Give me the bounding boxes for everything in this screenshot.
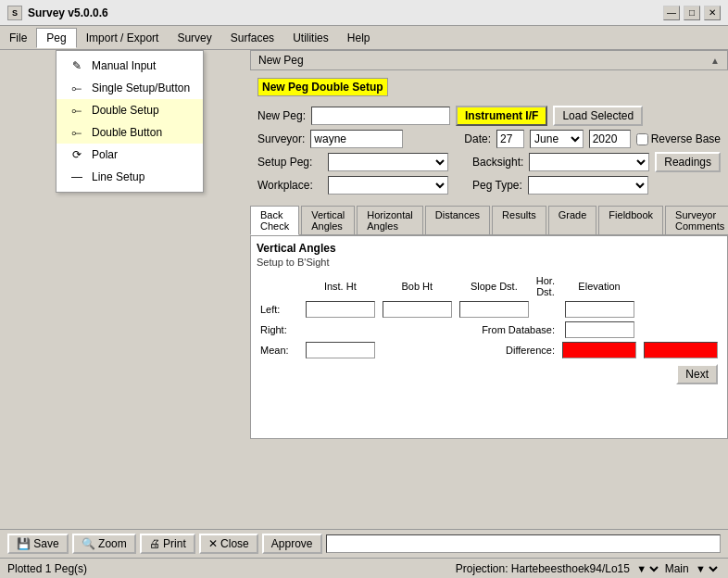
from-database-input[interactable] bbox=[565, 321, 634, 338]
date-year-input[interactable] bbox=[589, 130, 631, 148]
va-labels: Vertical Angles Setup to B'Sight bbox=[257, 242, 349, 273]
main-select[interactable]: ▼ bbox=[692, 560, 721, 577]
row-mean-elevation bbox=[640, 340, 722, 360]
next-button-row: Next bbox=[257, 364, 722, 384]
date-month-select[interactable]: June bbox=[530, 130, 584, 148]
left-bob-ht-input[interactable] bbox=[383, 301, 452, 318]
surveyor-input[interactable] bbox=[310, 130, 403, 148]
from-database-label: From Database: bbox=[456, 320, 559, 340]
instrument-if-button[interactable]: Instrument I/F bbox=[456, 106, 547, 126]
tab-distances[interactable]: Distances bbox=[425, 206, 490, 234]
tab-back-check[interactable]: Back Check bbox=[250, 206, 299, 235]
extra-input[interactable] bbox=[326, 534, 722, 553]
reverse-base-checkbox[interactable] bbox=[636, 133, 648, 145]
menu-utilities[interactable]: Utilities bbox=[283, 29, 338, 47]
app-logo: S bbox=[7, 6, 22, 20]
peg-menu-single-setup[interactable]: ⟜ Single Setup/Button bbox=[56, 77, 203, 99]
save-icon: 💾 bbox=[17, 537, 31, 550]
left-slope-dst-input[interactable] bbox=[459, 301, 529, 318]
print-label: Print bbox=[163, 537, 186, 550]
va-subtitle: Setup to B'Sight bbox=[257, 257, 349, 268]
new-peg-row: New Peg: Instrument I/F Load Selected bbox=[257, 106, 721, 126]
tab-vertical-angles[interactable]: Vertical Angles bbox=[301, 206, 355, 234]
date-label: Date: bbox=[464, 132, 491, 145]
tab-grade[interactable]: Grade bbox=[548, 206, 597, 234]
menu-survey[interactable]: Survey bbox=[168, 29, 220, 47]
close-button-bottom[interactable]: ✕ Close bbox=[199, 534, 258, 554]
main-label: Main bbox=[665, 562, 689, 575]
peg-menu-double-setup[interactable]: ⟜ Double Setup bbox=[56, 99, 203, 121]
tab-surveyor-comments[interactable]: Surveyor Comments bbox=[665, 206, 728, 234]
peg-menu-polar[interactable]: ⟳ Polar bbox=[56, 144, 203, 166]
readings-button[interactable]: Readings bbox=[655, 152, 721, 172]
next-button[interactable]: Next bbox=[676, 364, 718, 384]
workplace-select[interactable] bbox=[328, 176, 448, 195]
status-right: Projection: Hartebeesthoek94/Lo15 ▼ Main… bbox=[456, 560, 721, 577]
single-setup-icon: ⟜ bbox=[68, 81, 86, 95]
menu-peg[interactable]: Peg bbox=[36, 28, 76, 48]
elevation-red-field bbox=[644, 342, 718, 358]
new-peg-label: New Peg: bbox=[257, 109, 306, 122]
peg-menu-double-button[interactable]: ⟜ Double Button bbox=[56, 121, 203, 144]
table-row-left: Left: bbox=[257, 299, 722, 320]
reverse-base-label: Reverse Base bbox=[651, 132, 721, 145]
row-mean-bob-ht bbox=[379, 340, 456, 360]
menu-import-export[interactable]: Import / Export bbox=[77, 29, 169, 47]
date-day-input[interactable] bbox=[496, 130, 524, 148]
row-left-slope-dst bbox=[456, 299, 533, 320]
left-elevation-input[interactable] bbox=[565, 301, 634, 318]
menu-file[interactable]: File bbox=[0, 29, 36, 47]
close-x-icon: ✕ bbox=[208, 537, 218, 550]
tab-results[interactable]: Results bbox=[492, 206, 546, 234]
menu-surfaces[interactable]: Surfaces bbox=[221, 29, 283, 47]
tab-content-back-check: Vertical Angles Setup to B'Sight Inst. H… bbox=[250, 235, 728, 439]
maximize-button[interactable]: □ bbox=[684, 6, 700, 20]
polar-icon: ⟳ bbox=[68, 147, 86, 162]
projection-select[interactable]: ▼ bbox=[633, 560, 661, 577]
peg-menu-line-setup[interactable]: — Line Setup bbox=[56, 166, 203, 188]
row-mean-inst-ht bbox=[302, 340, 379, 360]
save-label: Save bbox=[33, 537, 58, 550]
difference-red-field bbox=[562, 342, 636, 358]
row-mean-difference bbox=[559, 340, 640, 360]
scrollbar-up-arrow[interactable]: ▲ bbox=[710, 56, 720, 66]
col-slope-dst: Slope Dst. bbox=[456, 273, 533, 299]
close-button[interactable]: ✕ bbox=[704, 6, 721, 20]
tab-fieldbook[interactable]: Fieldbook bbox=[598, 206, 663, 234]
peg-menu-polar-label: Polar bbox=[92, 148, 118, 161]
save-button[interactable]: 💾 Save bbox=[7, 534, 69, 554]
col-label bbox=[257, 273, 302, 299]
row-left-elevation bbox=[559, 299, 640, 320]
surveyor-label: Surveyor: bbox=[257, 132, 305, 145]
reverse-base-group[interactable]: Reverse Base bbox=[636, 132, 721, 145]
surveyor-row: Surveyor: Date: June Reverse Base bbox=[257, 130, 721, 148]
backsight-select[interactable] bbox=[529, 153, 649, 171]
new-peg-input[interactable] bbox=[311, 107, 450, 125]
new-peg-bar: New Peg ▲ bbox=[250, 50, 728, 70]
peg-menu-manual-input[interactable]: ✎ Manual Input bbox=[56, 55, 203, 77]
peg-dropdown-menu: ✎ Manual Input ⟜ Single Setup/Button ⟜ D… bbox=[56, 50, 204, 193]
load-selected-button[interactable]: Load Selected bbox=[553, 106, 643, 126]
mean-inst-ht-input[interactable] bbox=[306, 342, 375, 358]
section-title: New Peg Double Setup bbox=[257, 78, 388, 96]
window-controls[interactable]: — □ ✕ bbox=[663, 6, 721, 20]
print-button[interactable]: 🖨 Print bbox=[140, 534, 195, 554]
row-right-inst-ht bbox=[302, 320, 379, 340]
left-inst-ht-input[interactable] bbox=[306, 301, 375, 318]
peg-menu-single-setup-label: Single Setup/Button bbox=[92, 82, 190, 94]
print-icon: 🖨 bbox=[149, 537, 160, 550]
zoom-button[interactable]: 🔍 Zoom bbox=[72, 534, 136, 554]
status-left: Plotted 1 Peg(s) bbox=[7, 562, 87, 575]
va-table: Inst. Ht Bob Ht Slope Dst. Hor. Dst. Ele… bbox=[257, 273, 722, 360]
row-right-from-db bbox=[559, 320, 640, 340]
col-hor-dst: Hor. Dst. bbox=[533, 273, 559, 299]
minimize-button[interactable]: — bbox=[663, 6, 680, 20]
tabs-bar: Back Check Vertical Angles Horizontal An… bbox=[250, 206, 728, 235]
table-row-right: Right: From Database: bbox=[257, 320, 722, 340]
tab-horizontal-angles[interactable]: Horizontal Angles bbox=[357, 206, 423, 234]
row-left-label: Left: bbox=[257, 299, 302, 320]
peg-type-select[interactable] bbox=[528, 176, 648, 195]
menu-help[interactable]: Help bbox=[338, 29, 380, 47]
setup-peg-select[interactable] bbox=[328, 153, 448, 171]
approve-button[interactable]: Approve bbox=[262, 534, 322, 554]
